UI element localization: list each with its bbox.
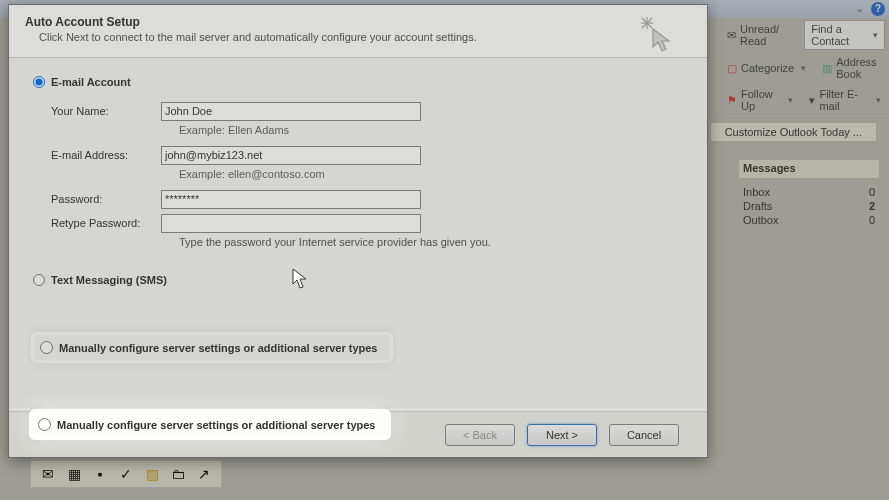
minimize-ribbon-icon[interactable]: ⌄ — [855, 2, 869, 16]
message-label: Outbox — [743, 214, 778, 226]
sparkle-cursor-icon — [639, 15, 677, 53]
flag-icon: ⚑ — [727, 94, 737, 107]
message-label: Drafts — [743, 200, 772, 212]
radio-sms[interactable]: Text Messaging (SMS) — [33, 274, 683, 286]
customize-outlook-today-button[interactable]: Customize Outlook Today ... — [710, 122, 877, 142]
envelope-icon: ✉ — [727, 29, 736, 42]
radio-sms-input[interactable] — [33, 274, 45, 286]
folder-icon[interactable]: 🗀 — [169, 465, 187, 483]
password-label: Password: — [51, 193, 161, 205]
dialog-footer: < Back Next > Cancel — [9, 411, 707, 457]
message-count: 2 — [869, 200, 875, 212]
filter-email-button[interactable]: ▾ Filter E-mail — [805, 86, 885, 114]
dialog-title: Auto Account Setup — [25, 15, 691, 29]
email-input[interactable] — [161, 146, 421, 165]
dialog-subtitle: Click Next to connect to the mail server… — [39, 31, 691, 43]
radio-manual-label: Manually configure server settings or ad… — [59, 342, 378, 354]
follow-up-button[interactable]: ⚑ Follow Up — [723, 86, 797, 114]
unread-read-label: Unread/ Read — [740, 23, 792, 47]
retype-password-label: Retype Password: — [51, 217, 161, 229]
messages-panel: Messages Inbox 0 Drafts 2 Outbox 0 — [739, 160, 879, 227]
mail-icon[interactable]: ✉ — [39, 465, 57, 483]
shortcuts-icon[interactable]: ↗ — [195, 465, 213, 483]
your-name-input[interactable] — [161, 102, 421, 121]
message-count: 0 — [869, 214, 875, 226]
radio-email-account-label: E-mail Account — [51, 76, 131, 88]
email-example: Example: ellen@contoso.com — [179, 168, 683, 180]
message-count: 0 — [869, 186, 875, 198]
radio-manual-configure[interactable]: Manually configure server settings or ad… — [31, 332, 393, 363]
password-hint: Type the password your Internet service … — [179, 236, 683, 248]
dialog-body: E-mail Account Your Name: Example: Ellen… — [9, 58, 707, 408]
back-button: < Back — [445, 424, 515, 446]
your-name-example: Example: Ellen Adams — [179, 124, 683, 136]
email-label: E-mail Address: — [51, 149, 161, 161]
message-label: Inbox — [743, 186, 770, 198]
filter-email-label: Filter E-mail — [819, 88, 869, 112]
funnel-icon: ▾ — [809, 94, 815, 107]
next-button[interactable]: Next > — [527, 424, 597, 446]
find-contact-input[interactable]: Find a Contact — [804, 20, 885, 50]
radio-manual-input[interactable] — [40, 341, 53, 354]
dialog-banner: Auto Account Setup Click Next to connect… — [9, 5, 707, 58]
categorize-label: Categorize — [741, 62, 794, 74]
radio-email-account[interactable]: E-mail Account — [33, 76, 683, 88]
contacts-icon[interactable]: ▪ — [91, 465, 109, 483]
radio-sms-label: Text Messaging (SMS) — [51, 274, 167, 286]
tasks-icon[interactable]: ✓ — [117, 465, 135, 483]
address-book-button[interactable]: ▥ Address Book — [818, 54, 885, 82]
message-row-drafts[interactable]: Drafts 2 — [739, 199, 879, 213]
cancel-button[interactable]: Cancel — [609, 424, 679, 446]
your-name-label: Your Name: — [51, 105, 161, 117]
unread-read-button[interactable]: ✉ Unread/ Read — [723, 21, 796, 49]
ribbon-right-fragment: ✉ Unread/ Read Find a Contact ▢ Categori… — [719, 18, 889, 108]
auto-account-setup-dialog: Auto Account Setup Click Next to connect… — [8, 4, 708, 458]
find-contact-label: Find a Contact — [811, 23, 866, 47]
follow-up-label: Follow Up — [741, 88, 781, 112]
password-input[interactable] — [161, 190, 421, 209]
messages-header: Messages — [739, 160, 879, 179]
category-icon: ▢ — [727, 62, 737, 75]
address-book-label: Address Book — [836, 56, 881, 80]
address-book-icon: ▥ — [822, 62, 832, 75]
calendar-icon[interactable]: ▦ — [65, 465, 83, 483]
retype-password-input[interactable] — [161, 214, 421, 233]
message-row-inbox[interactable]: Inbox 0 — [739, 185, 879, 199]
message-row-outbox[interactable]: Outbox 0 — [739, 213, 879, 227]
categorize-button[interactable]: ▢ Categorize — [723, 60, 810, 77]
nav-bar: ✉ ▦ ▪ ✓ ▨ 🗀 ↗ — [30, 460, 222, 488]
radio-email-account-input[interactable] — [33, 76, 45, 88]
help-icon[interactable]: ? — [871, 2, 885, 16]
notes-icon[interactable]: ▨ — [143, 465, 161, 483]
